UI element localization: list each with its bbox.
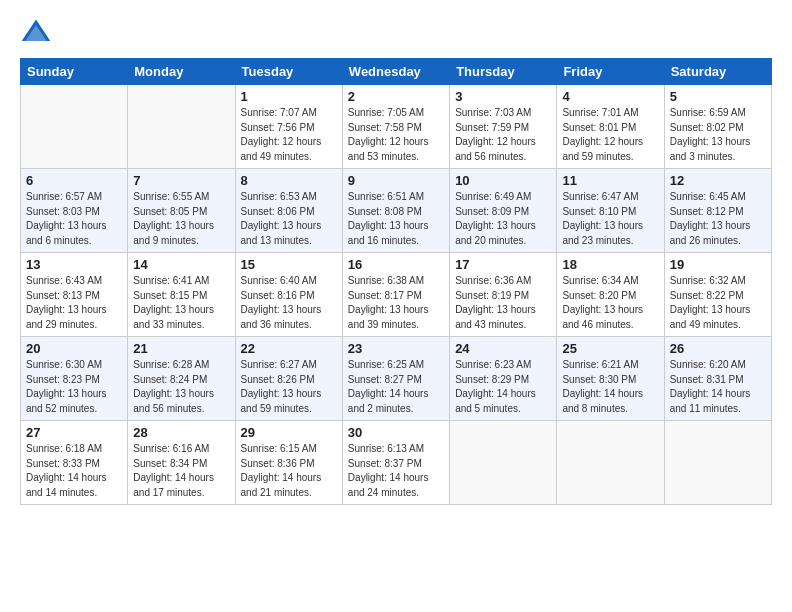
logo-icon <box>20 16 52 48</box>
calendar-cell: 25Sunrise: 6:21 AM Sunset: 8:30 PM Dayli… <box>557 337 664 421</box>
day-number: 9 <box>348 173 444 188</box>
day-number: 6 <box>26 173 122 188</box>
day-number: 11 <box>562 173 658 188</box>
day-number: 24 <box>455 341 551 356</box>
day-info: Sunrise: 6:27 AM Sunset: 8:26 PM Dayligh… <box>241 358 337 416</box>
calendar-cell: 3Sunrise: 7:03 AM Sunset: 7:59 PM Daylig… <box>450 85 557 169</box>
day-number: 16 <box>348 257 444 272</box>
day-number: 23 <box>348 341 444 356</box>
day-number: 8 <box>241 173 337 188</box>
day-info: Sunrise: 6:30 AM Sunset: 8:23 PM Dayligh… <box>26 358 122 416</box>
calendar-week-row: 20Sunrise: 6:30 AM Sunset: 8:23 PM Dayli… <box>21 337 772 421</box>
calendar-week-row: 27Sunrise: 6:18 AM Sunset: 8:33 PM Dayli… <box>21 421 772 505</box>
calendar-week-row: 6Sunrise: 6:57 AM Sunset: 8:03 PM Daylig… <box>21 169 772 253</box>
day-info: Sunrise: 6:43 AM Sunset: 8:13 PM Dayligh… <box>26 274 122 332</box>
calendar-cell: 7Sunrise: 6:55 AM Sunset: 8:05 PM Daylig… <box>128 169 235 253</box>
day-info: Sunrise: 6:47 AM Sunset: 8:10 PM Dayligh… <box>562 190 658 248</box>
day-info: Sunrise: 6:40 AM Sunset: 8:16 PM Dayligh… <box>241 274 337 332</box>
calendar-cell: 2Sunrise: 7:05 AM Sunset: 7:58 PM Daylig… <box>342 85 449 169</box>
day-info: Sunrise: 6:36 AM Sunset: 8:19 PM Dayligh… <box>455 274 551 332</box>
calendar-cell: 24Sunrise: 6:23 AM Sunset: 8:29 PM Dayli… <box>450 337 557 421</box>
calendar-week-row: 1Sunrise: 7:07 AM Sunset: 7:56 PM Daylig… <box>21 85 772 169</box>
day-info: Sunrise: 6:59 AM Sunset: 8:02 PM Dayligh… <box>670 106 766 164</box>
day-number: 27 <box>26 425 122 440</box>
calendar-cell: 21Sunrise: 6:28 AM Sunset: 8:24 PM Dayli… <box>128 337 235 421</box>
calendar-cell: 15Sunrise: 6:40 AM Sunset: 8:16 PM Dayli… <box>235 253 342 337</box>
calendar-cell: 28Sunrise: 6:16 AM Sunset: 8:34 PM Dayli… <box>128 421 235 505</box>
day-info: Sunrise: 6:28 AM Sunset: 8:24 PM Dayligh… <box>133 358 229 416</box>
calendar-cell: 11Sunrise: 6:47 AM Sunset: 8:10 PM Dayli… <box>557 169 664 253</box>
day-info: Sunrise: 6:55 AM Sunset: 8:05 PM Dayligh… <box>133 190 229 248</box>
day-number: 21 <box>133 341 229 356</box>
calendar-cell: 14Sunrise: 6:41 AM Sunset: 8:15 PM Dayli… <box>128 253 235 337</box>
day-number: 1 <box>241 89 337 104</box>
day-number: 26 <box>670 341 766 356</box>
weekday-header-thursday: Thursday <box>450 59 557 85</box>
calendar-cell: 13Sunrise: 6:43 AM Sunset: 8:13 PM Dayli… <box>21 253 128 337</box>
logo <box>20 16 56 48</box>
calendar-cell <box>21 85 128 169</box>
calendar-cell <box>664 421 771 505</box>
weekday-header-monday: Monday <box>128 59 235 85</box>
weekday-header-tuesday: Tuesday <box>235 59 342 85</box>
day-info: Sunrise: 6:53 AM Sunset: 8:06 PM Dayligh… <box>241 190 337 248</box>
calendar-cell <box>557 421 664 505</box>
calendar-cell: 23Sunrise: 6:25 AM Sunset: 8:27 PM Dayli… <box>342 337 449 421</box>
calendar-cell: 20Sunrise: 6:30 AM Sunset: 8:23 PM Dayli… <box>21 337 128 421</box>
calendar-cell: 8Sunrise: 6:53 AM Sunset: 8:06 PM Daylig… <box>235 169 342 253</box>
day-info: Sunrise: 6:41 AM Sunset: 8:15 PM Dayligh… <box>133 274 229 332</box>
page: SundayMondayTuesdayWednesdayThursdayFrid… <box>0 0 792 612</box>
day-number: 17 <box>455 257 551 272</box>
calendar-cell: 4Sunrise: 7:01 AM Sunset: 8:01 PM Daylig… <box>557 85 664 169</box>
day-number: 25 <box>562 341 658 356</box>
calendar-cell: 29Sunrise: 6:15 AM Sunset: 8:36 PM Dayli… <box>235 421 342 505</box>
day-number: 28 <box>133 425 229 440</box>
calendar-cell: 22Sunrise: 6:27 AM Sunset: 8:26 PM Dayli… <box>235 337 342 421</box>
calendar-week-row: 13Sunrise: 6:43 AM Sunset: 8:13 PM Dayli… <box>21 253 772 337</box>
weekday-header-friday: Friday <box>557 59 664 85</box>
day-info: Sunrise: 6:51 AM Sunset: 8:08 PM Dayligh… <box>348 190 444 248</box>
day-number: 2 <box>348 89 444 104</box>
day-number: 5 <box>670 89 766 104</box>
day-number: 30 <box>348 425 444 440</box>
calendar-cell: 1Sunrise: 7:07 AM Sunset: 7:56 PM Daylig… <box>235 85 342 169</box>
calendar-cell: 17Sunrise: 6:36 AM Sunset: 8:19 PM Dayli… <box>450 253 557 337</box>
day-number: 18 <box>562 257 658 272</box>
calendar-cell: 9Sunrise: 6:51 AM Sunset: 8:08 PM Daylig… <box>342 169 449 253</box>
day-info: Sunrise: 6:38 AM Sunset: 8:17 PM Dayligh… <box>348 274 444 332</box>
day-info: Sunrise: 6:25 AM Sunset: 8:27 PM Dayligh… <box>348 358 444 416</box>
calendar-cell: 5Sunrise: 6:59 AM Sunset: 8:02 PM Daylig… <box>664 85 771 169</box>
calendar-cell: 12Sunrise: 6:45 AM Sunset: 8:12 PM Dayli… <box>664 169 771 253</box>
day-number: 14 <box>133 257 229 272</box>
day-info: Sunrise: 6:15 AM Sunset: 8:36 PM Dayligh… <box>241 442 337 500</box>
calendar: SundayMondayTuesdayWednesdayThursdayFrid… <box>20 58 772 505</box>
calendar-cell: 27Sunrise: 6:18 AM Sunset: 8:33 PM Dayli… <box>21 421 128 505</box>
weekday-header-row: SundayMondayTuesdayWednesdayThursdayFrid… <box>21 59 772 85</box>
calendar-cell: 18Sunrise: 6:34 AM Sunset: 8:20 PM Dayli… <box>557 253 664 337</box>
day-info: Sunrise: 7:07 AM Sunset: 7:56 PM Dayligh… <box>241 106 337 164</box>
calendar-cell: 19Sunrise: 6:32 AM Sunset: 8:22 PM Dayli… <box>664 253 771 337</box>
day-info: Sunrise: 6:49 AM Sunset: 8:09 PM Dayligh… <box>455 190 551 248</box>
day-info: Sunrise: 6:20 AM Sunset: 8:31 PM Dayligh… <box>670 358 766 416</box>
day-number: 20 <box>26 341 122 356</box>
day-info: Sunrise: 6:18 AM Sunset: 8:33 PM Dayligh… <box>26 442 122 500</box>
day-info: Sunrise: 6:45 AM Sunset: 8:12 PM Dayligh… <box>670 190 766 248</box>
day-number: 15 <box>241 257 337 272</box>
weekday-header-wednesday: Wednesday <box>342 59 449 85</box>
day-number: 29 <box>241 425 337 440</box>
calendar-cell: 26Sunrise: 6:20 AM Sunset: 8:31 PM Dayli… <box>664 337 771 421</box>
calendar-cell <box>450 421 557 505</box>
day-number: 13 <box>26 257 122 272</box>
calendar-cell: 10Sunrise: 6:49 AM Sunset: 8:09 PM Dayli… <box>450 169 557 253</box>
day-info: Sunrise: 6:34 AM Sunset: 8:20 PM Dayligh… <box>562 274 658 332</box>
day-number: 4 <box>562 89 658 104</box>
weekday-header-sunday: Sunday <box>21 59 128 85</box>
header <box>20 16 772 48</box>
day-number: 19 <box>670 257 766 272</box>
day-number: 7 <box>133 173 229 188</box>
calendar-cell: 6Sunrise: 6:57 AM Sunset: 8:03 PM Daylig… <box>21 169 128 253</box>
day-number: 22 <box>241 341 337 356</box>
day-info: Sunrise: 6:57 AM Sunset: 8:03 PM Dayligh… <box>26 190 122 248</box>
day-info: Sunrise: 6:32 AM Sunset: 8:22 PM Dayligh… <box>670 274 766 332</box>
day-info: Sunrise: 6:23 AM Sunset: 8:29 PM Dayligh… <box>455 358 551 416</box>
